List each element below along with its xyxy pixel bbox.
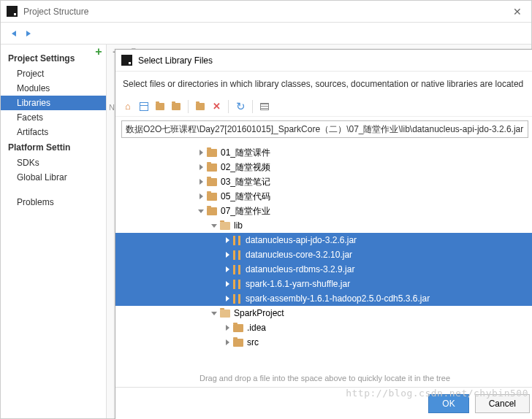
show-hidden-icon[interactable]	[258, 100, 271, 113]
sidebar-heading: Platform Settin	[1, 139, 106, 155]
refresh-icon[interactable]: ↻	[234, 100, 247, 113]
folder-item[interactable]: .idea	[115, 320, 532, 335]
folder-icon	[207, 207, 217, 215]
n-badge: N	[109, 103, 115, 112]
jar-icon	[233, 294, 242, 304]
back-icon[interactable]	[8, 28, 20, 39]
toolbar-divider	[188, 100, 189, 113]
parent-titlebar: Project Structure ✕	[1, 1, 531, 23]
tree-label: 07_随堂作业	[221, 205, 270, 218]
folder-item[interactable]: 05_随堂代码	[115, 189, 532, 204]
sidebar-item-libraries[interactable]: Libraries	[1, 96, 106, 110]
folder-item[interactable]: src	[115, 335, 532, 350]
chevron-down-icon[interactable]	[210, 310, 218, 317]
drop-hint: Drag and drop a file into the space abov…	[115, 369, 532, 387]
folder-icon	[207, 149, 217, 157]
modal-toolbar: ⌂ ✕ ↻	[115, 96, 532, 117]
jar-item[interactable]: spark-assembly-1.6.1-hadoop2.5.0-cdh5.3.…	[115, 291, 532, 306]
chevron-down-icon[interactable]	[210, 222, 218, 229]
watermark: http://blog.csdn.net/chybin500	[346, 388, 528, 399]
modal-titlebar: Select Library Files	[115, 50, 532, 72]
folder-icon	[220, 222, 230, 230]
chevron-down-icon[interactable]	[197, 207, 205, 215]
path-input[interactable]: 数据O2O七班课程\Day27[201601015]_SparkCore（二）\…	[121, 120, 528, 138]
folder-item[interactable]: 03_随堂笔记	[115, 174, 532, 189]
folder-icon	[233, 339, 243, 347]
jar-icon	[233, 280, 242, 289]
folder-icon	[207, 193, 217, 201]
delete-icon[interactable]: ✕	[210, 100, 223, 113]
folder-item[interactable]: SparkProject	[115, 306, 532, 320]
jar-icon	[233, 265, 242, 274]
chevron-right-icon[interactable]	[197, 178, 205, 185]
tree-label: .idea	[247, 323, 266, 333]
chevron-right-icon[interactable]	[224, 251, 231, 258]
project-pane-icon[interactable]	[137, 100, 151, 113]
toolbar-divider	[252, 100, 253, 113]
sidebar-item-modules[interactable]: Modules	[1, 81, 106, 96]
chevron-right-icon[interactable]	[197, 193, 205, 200]
tree-label: datanucleus-core-3.2.10.jar	[246, 250, 352, 260]
jar-icon	[233, 236, 242, 245]
sidebar-item-problems[interactable]: Problems	[1, 195, 106, 210]
tree-label: datanucleus-api-jdo-3.2.6.jar	[246, 235, 357, 245]
tree-label: spark-1.6.1-yarn-shuffle.jar	[246, 279, 350, 289]
home-icon[interactable]: ⌂	[121, 100, 134, 113]
module-folder-icon[interactable]	[170, 100, 183, 113]
folder-icon	[207, 178, 217, 186]
modal-title: Select Library Files	[138, 55, 213, 66]
jar-icon	[233, 250, 242, 260]
sidebar-item-sdks[interactable]: SDKs	[1, 155, 106, 170]
folder-item[interactable]: 01_随堂课件	[115, 145, 532, 160]
jar-item[interactable]: spark-1.6.1-yarn-shuffle.jar	[115, 277, 532, 291]
chevron-right-icon[interactable]	[224, 266, 231, 273]
toolbar-divider	[228, 100, 229, 113]
modal-instruction: Select files or directories in which lib…	[115, 72, 532, 96]
app-icon	[121, 55, 132, 66]
sidebar: Project SettingsProjectModulesLibrariesF…	[1, 45, 107, 418]
jar-item[interactable]: datanucleus-api-jdo-3.2.6.jar	[115, 233, 532, 247]
forward-icon[interactable]	[23, 28, 34, 39]
chevron-right-icon[interactable]	[197, 149, 205, 156]
tree-label: 03_随堂笔记	[221, 176, 270, 188]
sidebar-item-artifacts[interactable]: Artifacts	[1, 125, 106, 139]
chevron-right-icon[interactable]	[197, 164, 205, 171]
app-icon	[7, 6, 18, 17]
folder-item[interactable]: 07_随堂作业	[115, 204, 532, 218]
chevron-right-icon[interactable]	[224, 324, 231, 331]
tree-label: SparkProject	[234, 308, 284, 318]
jar-item[interactable]: datanucleus-rdbms-3.2.9.jar	[115, 262, 532, 277]
close-icon[interactable]: ✕	[509, 6, 525, 18]
window-title: Project Structure	[23, 7, 509, 17]
chevron-right-icon[interactable]	[224, 237, 231, 244]
select-library-files-dialog: Select Library Files Select files or dir…	[115, 49, 532, 419]
tree-label: 02_随堂视频	[221, 161, 270, 174]
tree-label: datanucleus-rdbms-3.2.9.jar	[246, 264, 354, 274]
folder-item[interactable]: 02_随堂视频	[115, 160, 532, 174]
tree-label: spark-assembly-1.6.1-hadoop2.5.0-cdh5.3.…	[246, 293, 430, 304]
folder-icon	[233, 324, 243, 332]
add-icon[interactable]: +	[92, 45, 105, 58]
sidebar-item-global-libraries[interactable]: Global Librar	[1, 170, 106, 185]
tree-label: 05_随堂代码	[221, 191, 270, 203]
path-text: 数据O2O七班课程\Day27[201601015]_SparkCore（二）\…	[126, 123, 523, 136]
folder-icon	[207, 164, 217, 172]
file-tree[interactable]: 01_随堂课件02_随堂视频03_随堂笔记05_随堂代码07_随堂作业libda…	[115, 142, 532, 369]
new-folder2-icon[interactable]	[194, 100, 207, 113]
folder-item[interactable]: lib	[115, 218, 532, 233]
chevron-right-icon[interactable]	[224, 295, 231, 302]
tree-label: src	[247, 337, 259, 347]
folder-icon	[220, 310, 230, 318]
tree-label: 01_随堂课件	[221, 147, 270, 159]
chevron-right-icon[interactable]	[224, 280, 231, 288]
sidebar-item-facets[interactable]: Facets	[1, 110, 106, 125]
sidebar-item-project[interactable]: Project	[1, 66, 106, 81]
new-folder-icon[interactable]	[153, 100, 167, 113]
jar-item[interactable]: datanucleus-core-3.2.10.jar	[115, 247, 532, 262]
chevron-right-icon[interactable]	[224, 339, 231, 346]
tree-label: lib	[234, 220, 243, 231]
parent-toolbar	[1, 23, 531, 45]
